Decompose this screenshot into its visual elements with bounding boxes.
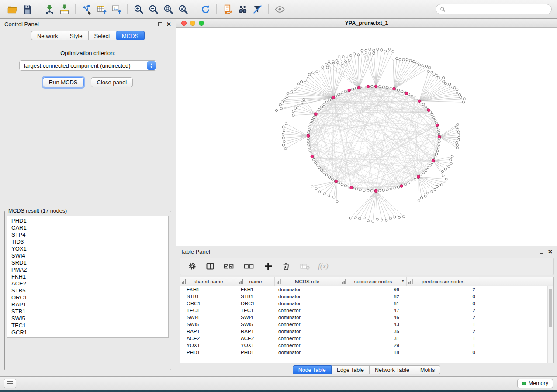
search-icon (440, 7, 446, 12)
column-header-name[interactable]: name (237, 277, 274, 286)
float-table-panel-icon[interactable] (540, 250, 543, 254)
table-row[interactable]: ACE2ACE2connector311 (180, 335, 553, 342)
control-panel-header: Control Panel ✕ (0, 19, 176, 29)
zoom-out-icon (148, 4, 159, 15)
network-canvas[interactable] (176, 28, 557, 246)
toolbar-separator (194, 4, 194, 14)
node-table-body: FKH1FKH1dominator962STB1STB1dominator620… (180, 286, 553, 356)
result-item: SWI5 (11, 315, 164, 322)
table-row[interactable]: SWI5SWI5connector431 (180, 321, 553, 328)
zoom-out-button[interactable] (146, 2, 160, 16)
right-column: YPA_prune.txt_1 Table Panel ✕ (176, 19, 557, 376)
table-row[interactable]: RAP1RAP1dominator352 (180, 328, 553, 335)
search-network-button[interactable] (235, 2, 249, 16)
zoom-fit-button[interactable] (161, 2, 175, 16)
gear-icon (187, 261, 197, 271)
clone-network-icon (222, 4, 233, 15)
table-scrollbar[interactable] (547, 286, 553, 363)
optimization-criterion-select[interactable]: largest connected component (undirected)… (19, 60, 156, 71)
table-row[interactable]: SWI4SWI4dominator462 (180, 314, 553, 321)
toolbar-separator (127, 4, 128, 14)
memory-label: Memory (529, 380, 548, 386)
network-window-titlebar[interactable]: YPA_prune.txt_1 (176, 19, 557, 28)
mcds-result-list[interactable]: PHD1CAR1STP4TID3YOX1SWI4SRD1PMA2FKH1ACE2… (7, 216, 169, 338)
network-graph[interactable] (176, 28, 557, 246)
save-session-button[interactable] (20, 2, 34, 16)
result-item: ORC1 (11, 294, 164, 301)
control-panel-title: Control Panel (4, 21, 39, 28)
float-panel-icon[interactable] (158, 22, 162, 26)
export-network-button[interactable] (80, 2, 93, 16)
result-item: SWI4 (11, 252, 164, 259)
show-columns-button[interactable] (204, 261, 216, 272)
column-header-shared-name[interactable]: shared name (180, 277, 237, 286)
open-folder-icon (7, 4, 18, 15)
table-row[interactable]: YOX1YOX1connector291 (180, 342, 553, 349)
close-panel-icon[interactable]: ✕ (166, 21, 171, 27)
column-header-mcds-role[interactable]: MCDS role (274, 277, 340, 286)
table-row[interactable]: STB1STB1dominator620 (180, 293, 553, 300)
application-window: Control Panel ✕ Network Style Select MCD… (0, 0, 557, 390)
export-table-button[interactable] (94, 2, 108, 16)
tab-node-table[interactable]: Node Table (293, 365, 332, 374)
scrollbar-thumb[interactable] (549, 289, 552, 327)
clone-network-button[interactable] (221, 2, 235, 16)
memory-button[interactable]: Memory (517, 379, 553, 388)
status-menu-button[interactable] (4, 379, 16, 388)
search-box[interactable] (436, 4, 552, 14)
zoom-selected-icon (178, 4, 189, 15)
add-column-button[interactable] (262, 261, 274, 272)
result-item: RAP1 (11, 301, 164, 308)
table-panel: Table Panel ✕ f(x) (176, 246, 557, 376)
export-image-button[interactable] (109, 2, 123, 16)
delete-column-button[interactable] (280, 261, 292, 272)
list-icon (7, 381, 14, 386)
table-row[interactable]: ORC1ORC1dominator610 (180, 300, 553, 307)
column-type-icon (408, 279, 413, 285)
tab-network-table[interactable]: Network Table (370, 365, 415, 374)
control-panel-spacer (0, 87, 176, 208)
zoom-in-icon (133, 4, 144, 15)
column-header-successor-nodes[interactable]: successor nodes▾ (340, 277, 406, 286)
open-session-button[interactable] (5, 2, 19, 16)
table-panel-header: Table Panel ✕ (176, 246, 557, 257)
main-toolbar (0, 0, 557, 19)
zoom-in-button[interactable] (131, 2, 145, 16)
table-header-row: shared name name MCDS role successor nod… (180, 277, 553, 286)
filter-button[interactable] (250, 2, 264, 16)
column-header-predecessor-nodes[interactable]: predecessor nodes (406, 277, 480, 286)
table-row[interactable]: TEC1TEC1connector472 (180, 307, 553, 314)
import-network-button[interactable] (42, 2, 56, 16)
column-type-icon (277, 279, 281, 285)
table-settings-button[interactable] (186, 261, 198, 272)
result-item: PMA2 (11, 266, 164, 273)
tab-motifs[interactable]: Motifs (415, 365, 440, 374)
close-panel-button[interactable]: Close panel (91, 77, 133, 87)
import-table-button[interactable] (57, 2, 71, 16)
import-network-icon (44, 4, 55, 15)
result-item: STP4 (11, 231, 164, 238)
search-input[interactable] (448, 6, 547, 12)
window-minimize-button[interactable] (190, 21, 195, 26)
close-table-panel-icon[interactable]: ✕ (548, 249, 553, 254)
result-item: TEC1 (11, 322, 164, 329)
run-mcds-button[interactable]: Run MCDS (43, 77, 84, 87)
binoculars-icon (237, 4, 248, 15)
refresh-button[interactable] (198, 2, 212, 16)
window-close-button[interactable] (181, 21, 187, 26)
toolbar-separator (38, 4, 38, 14)
show-hide-button[interactable] (273, 2, 287, 16)
table-row[interactable]: PHD1PHD1dominator180 (180, 349, 553, 356)
tab-edge-table[interactable]: Edge Table (332, 365, 370, 374)
tab-network[interactable]: Network (31, 31, 64, 40)
result-item: ACE2 (11, 280, 164, 287)
tab-mcds[interactable]: MCDS (116, 31, 145, 40)
deselect-all-button[interactable] (242, 261, 256, 272)
tab-select[interactable]: Select (89, 31, 116, 40)
table-row[interactable]: FKH1FKH1dominator962 (180, 286, 553, 293)
select-all-button[interactable] (222, 261, 236, 272)
status-bar: Memory (0, 376, 557, 390)
zoom-selected-button[interactable] (176, 2, 190, 16)
window-zoom-button[interactable] (199, 21, 204, 26)
tab-style[interactable]: Style (64, 31, 89, 40)
